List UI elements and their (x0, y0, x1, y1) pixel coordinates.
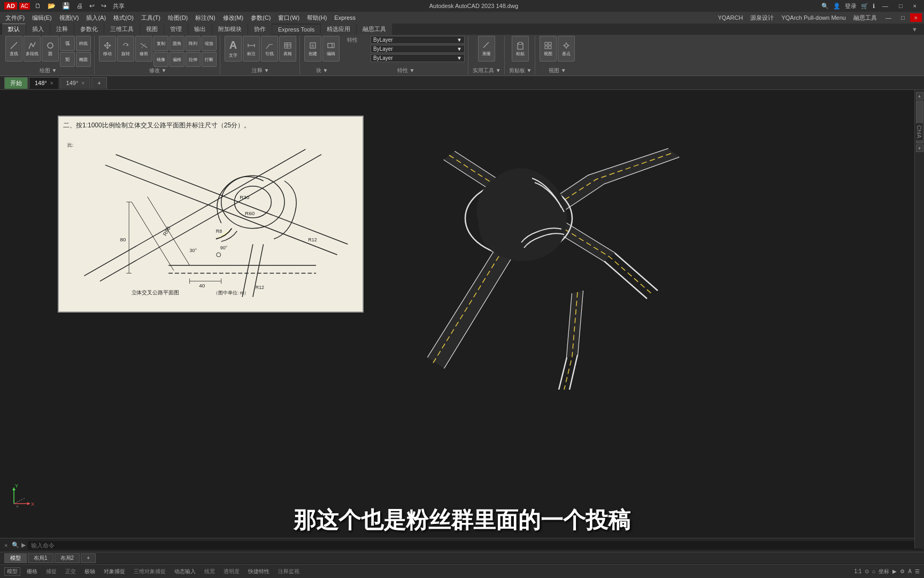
annotation-scale[interactable]: A (908, 568, 912, 574)
circle-button[interactable]: 圆 (42, 36, 59, 62)
ellipse-button[interactable]: 椭圆 (76, 52, 91, 67)
dimension-menu[interactable]: 标注(N) (192, 13, 218, 23)
insert-menu[interactable]: 插入(A) (83, 13, 109, 23)
view-btn[interactable]: 视图 (540, 36, 557, 62)
paste-button[interactable]: 粘贴 (512, 36, 529, 62)
mirror-button[interactable]: 镜像 (153, 52, 168, 67)
search-icon[interactable]: 🔍 (821, 3, 829, 10)
cart-icon[interactable]: 🛒 (861, 3, 868, 10)
settings-icon[interactable]: ⚙ (900, 568, 905, 574)
stretch-button[interactable]: 拉伸 (186, 52, 201, 67)
status-snap[interactable]: 捕捉 (44, 568, 59, 575)
window-menu[interactable]: 窗口(W) (275, 13, 303, 23)
create-block-button[interactable]: B 创建 (304, 36, 321, 62)
tab-addons[interactable]: 附加模块 (212, 24, 248, 35)
status-model[interactable]: 模型 (4, 567, 20, 576)
offset-button[interactable]: 偏移 (170, 52, 184, 67)
login-button[interactable]: 登录 (845, 2, 857, 10)
tab-default[interactable]: 默认 (2, 24, 26, 35)
rect-button[interactable]: 矩 (60, 52, 75, 67)
express-menu[interactable]: Express (331, 13, 359, 22)
tab-149[interactable]: 149° × (60, 77, 91, 89)
array-button[interactable]: 阵列 (186, 36, 201, 51)
ribbon-toggle[interactable]: ▼ (907, 26, 922, 33)
tab-featured[interactable]: 精选应用 (321, 24, 356, 35)
command-search-icon[interactable]: 🔍 (12, 542, 19, 549)
source-design-menu[interactable]: 源泉设计 (747, 13, 777, 23)
window-min[interactable]: — (881, 13, 896, 22)
tab-express[interactable]: Express Tools (272, 25, 320, 34)
status-transp[interactable]: 透明度 (221, 568, 242, 575)
window-max[interactable]: □ (897, 13, 909, 22)
status-polar[interactable]: 极轴 (82, 568, 97, 575)
ucs-dropdown[interactable]: 坐标 (879, 568, 889, 575)
parametric-menu[interactable]: 参数(C) (248, 13, 274, 23)
fillet-button[interactable]: 圆角 (170, 36, 184, 51)
user-icon[interactable]: 👤 (833, 3, 841, 10)
file-menu[interactable]: 文件(F) (2, 13, 28, 23)
tab-148-close[interactable]: × (50, 80, 53, 86)
view-menu[interactable]: 视图(V) (56, 13, 82, 23)
tab-view[interactable]: 视图 (140, 24, 164, 35)
status-quickprop[interactable]: 快捷特性 (246, 568, 272, 575)
add-layout-tab[interactable]: + (81, 553, 96, 563)
basepoint-btn[interactable]: 基点 (558, 36, 575, 62)
rotate-button[interactable]: 旋转 (117, 36, 134, 62)
edit-menu[interactable]: 编辑(E) (29, 13, 55, 23)
command-input[interactable] (28, 541, 922, 550)
sisi-tools-menu[interactable]: 融思工具 (850, 13, 880, 23)
isolate-icon[interactable]: ⊙ (865, 568, 869, 574)
right-panel-btn-1[interactable]: ▲ (916, 92, 923, 100)
redo-icon[interactable]: ↪ (99, 2, 108, 10)
layout1-tab[interactable]: 布局1 (28, 553, 53, 563)
status-osnap[interactable]: 对象捕捉 (102, 568, 127, 575)
polyline-button[interactable]: 多段线 (24, 36, 41, 62)
tab-output[interactable]: 输出 (188, 24, 212, 35)
right-panel-btn-3[interactable]: ▼ (916, 144, 923, 152)
tab-add[interactable]: + (91, 77, 106, 89)
status-lweight[interactable]: 线宽 (202, 568, 217, 575)
close-button[interactable]: × (910, 3, 920, 9)
print-icon[interactable]: 🖨 (75, 2, 84, 10)
measure-button[interactable]: 测量 (478, 36, 495, 62)
home-icon[interactable]: ⌂ (872, 568, 875, 574)
spline-button[interactable]: 样线 (76, 36, 91, 51)
break-button[interactable]: 打断 (202, 52, 217, 67)
hardware-acc[interactable]: ▶ (892, 568, 897, 574)
leader-button[interactable]: 引线 (261, 36, 278, 62)
modify-menu[interactable]: 修改(M) (220, 13, 247, 23)
status-3dosnap[interactable]: 三维对象捕捉 (132, 568, 168, 575)
tab-annotate[interactable]: 注释 (50, 24, 74, 35)
table-button[interactable]: 表格 (279, 36, 296, 62)
open-icon[interactable]: 📂 (46, 2, 57, 10)
status-annotmon[interactable]: 注释监视 (276, 568, 302, 575)
layer-dropdown[interactable]: ByLayer▼ (371, 36, 465, 44)
insert-block-button[interactable]: 编辑 (322, 36, 340, 62)
tab-insert[interactable]: 插入 (26, 24, 50, 35)
model-tab[interactable]: 模型 (4, 553, 27, 563)
new-icon[interactable]: 🗋 (33, 2, 43, 10)
undo-icon[interactable]: ↩ (88, 2, 96, 10)
draw-menu[interactable]: 绘图(D) (165, 13, 191, 23)
copy-button[interactable]: 复制 (153, 36, 168, 51)
tools-menu[interactable]: 工具(T) (138, 13, 164, 23)
layout2-tab[interactable]: 布局2 (55, 553, 80, 563)
yqarch-pulldown-menu[interactable]: YQArch Pull-down Menu (778, 13, 849, 22)
tab-149-close[interactable]: × (81, 80, 84, 86)
command-cancel-btn[interactable]: × (2, 542, 10, 549)
trim-button[interactable]: 修剪 (135, 36, 152, 62)
status-dynin[interactable]: 动态输入 (172, 568, 198, 575)
tab-3d[interactable]: 三维工具 (104, 24, 140, 35)
tab-manage[interactable]: 管理 (164, 24, 188, 35)
tab-parametric[interactable]: 参数化 (74, 24, 104, 35)
move-button[interactable]: 移动 (99, 36, 116, 62)
tab-start[interactable]: 开始 (4, 77, 28, 89)
share-icon[interactable]: 共享 (111, 2, 126, 10)
status-grid[interactable]: 栅格 (25, 568, 40, 575)
workspace-menu[interactable]: ☰ (915, 568, 920, 574)
line-button[interactable]: 直线 (5, 36, 22, 62)
scale-button[interactable]: 缩放 (202, 36, 217, 51)
tab-148[interactable]: 148° × (29, 77, 59, 89)
help-menu[interactable]: 帮助(H) (304, 13, 330, 23)
linetype-dropdown[interactable]: ByLayer▼ (371, 54, 465, 62)
